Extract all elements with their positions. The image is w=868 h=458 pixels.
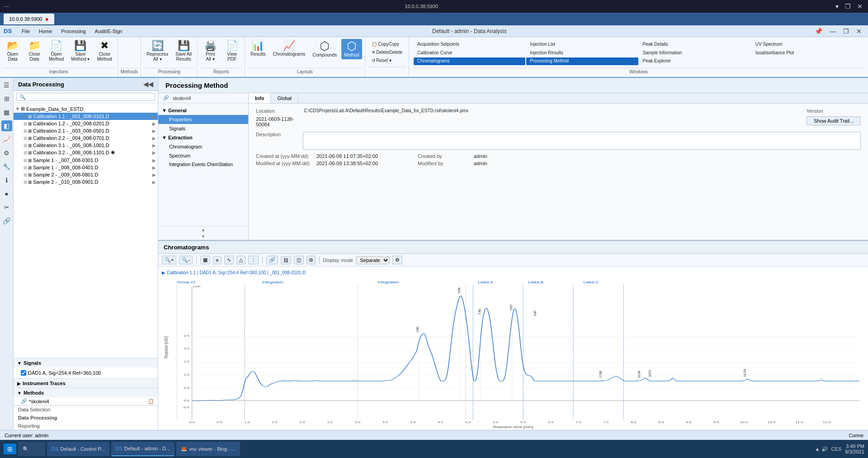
tree-expand-7[interactable]: ⊞ (24, 165, 27, 170)
chromatogram-nav-item[interactable]: Chromatogram (158, 142, 248, 151)
tree-expand-9[interactable]: ⊞ (24, 180, 27, 185)
root-expand[interactable]: ▼ (15, 106, 20, 111)
tree-item-3[interactable]: ⊞⊞Calibration 2.2 - _004_008-0701.D▶ (14, 134, 158, 142)
data-selection-section[interactable]: Data Selection (14, 406, 158, 414)
chart-type-4[interactable]: △ (236, 256, 245, 264)
menu-file[interactable]: File (17, 27, 34, 35)
sidebar-icon-extra2[interactable]: 🔗 (1, 215, 12, 226)
method-copy-icon[interactable]: 📋 (148, 398, 154, 404)
compounds-btn[interactable]: Compounds (310, 39, 340, 59)
titlebar-restore[interactable]: ❐ (843, 3, 853, 10)
integration-nav-item[interactable]: Integration Events ChemStation (158, 160, 248, 169)
chart-type-5[interactable]: ⋮ (248, 256, 259, 264)
reporting-section[interactable]: Reporting (14, 422, 158, 430)
menu-home[interactable]: Home (34, 27, 57, 35)
chart-type-1[interactable]: ▦ (200, 256, 210, 264)
injection-list-btn[interactable]: Injection List (526, 41, 638, 48)
signal-checkbox-dad1[interactable] (21, 370, 26, 376)
display-mode-select[interactable]: Separate Overlay (356, 256, 390, 264)
titlebar-minimize[interactable]: ▾ (834, 3, 840, 10)
window-maximize[interactable]: ❐ (840, 28, 852, 35)
chart-type-2[interactable]: ≡ (213, 256, 221, 264)
reset-btn[interactable]: ↺ Reset ▾ (369, 57, 406, 64)
tree-item-1[interactable]: ⊞⊞Calibration 1.2 - _002_008-0201.D▶ (14, 120, 158, 127)
copy-btn[interactable]: 📋 CopyCopy (369, 41, 406, 48)
instrument-traces-header[interactable]: ▶ Instrument Traces (14, 379, 158, 388)
tree-item-4[interactable]: ⊞⊞Calibration 3.1 - _005_008-1001.D▶ (14, 142, 158, 149)
injection-results-btn[interactable]: Injection Results (526, 49, 638, 57)
tree-item-0[interactable]: ⊞⊞Calibration 1.1 - _001_008-0101.D▶ (14, 113, 158, 120)
print-all-btn[interactable]: 🖨️ PrintAll ▾ (200, 39, 220, 63)
taskbar-search[interactable]: 🔍 (18, 442, 45, 456)
calibration-curve-btn[interactable]: Calibration Curve (414, 49, 525, 57)
sample-information-btn[interactable]: Sample Information (639, 49, 751, 57)
sidebar-icon-info[interactable]: ℹ (1, 175, 12, 186)
zoom-out-btn[interactable]: 🔍- (179, 256, 193, 264)
scroll-up[interactable]: ▲ (158, 226, 248, 233)
extraction-header[interactable]: ▼ Extraction (158, 133, 248, 142)
sidebar-icon-data[interactable]: ◧ (1, 120, 12, 131)
peak-details-btn[interactable]: Peak Details (639, 41, 751, 48)
taskbar-data-analysis[interactable]: DS Default - admin - D... (111, 442, 175, 456)
description-input[interactable] (303, 132, 861, 150)
properties-nav-item[interactable]: Properties (158, 115, 248, 124)
link-btn[interactable]: 🔗 (266, 256, 278, 264)
sidebar-icon-menu[interactable]: ☰ (1, 80, 12, 91)
app-tab-close[interactable]: ● (45, 15, 48, 23)
menu-processing[interactable]: Processing (57, 27, 90, 35)
delete-btn[interactable]: ✕ DeleteDelete (369, 49, 406, 56)
uv-spectrum-btn[interactable]: UV Spectrum (752, 41, 863, 48)
tree-expand-4[interactable]: ⊞ (24, 143, 27, 148)
reprocess-all-btn[interactable]: 🔄 ReprocessAll ▾ (144, 39, 171, 63)
menu-audit[interactable]: Audit/E-Sign (90, 27, 127, 35)
general-header[interactable]: ▼ General (158, 106, 248, 115)
view-pdf-btn[interactable]: 📄 ViewPDF (222, 39, 242, 63)
scroll-down[interactable]: ▼ (158, 233, 248, 240)
chromatograms-window-btn[interactable]: Chromatograms (414, 57, 525, 65)
chart-type-3[interactable]: ∿ (224, 256, 234, 264)
open-method-btn[interactable]: 📄 OpenMethod (46, 39, 66, 63)
tree-item-6[interactable]: ⊞⊞Sample 1 - _007_008-0301.D▶ (14, 157, 158, 164)
tree-item-9[interactable]: ⊞⊞Sample 2 - _010_008-0901.D▶ (14, 178, 158, 186)
save-all-results-btn[interactable]: 💾 Save AllResults (173, 39, 194, 63)
minimize-icon[interactable]: — (4, 3, 9, 10)
tree-expand-1[interactable]: ⊞ (24, 121, 27, 126)
window-close[interactable]: ✕ (854, 28, 864, 35)
methods-header[interactable]: ▼ Methods (14, 388, 158, 397)
tree-expand-5[interactable]: ⊞ (24, 150, 27, 155)
settings-btn[interactable]: ⚙ (392, 256, 402, 264)
collapse-btn[interactable]: ◀◀ (143, 81, 153, 88)
unlink-btn[interactable]: ⛓ (281, 256, 291, 264)
tree-item-8[interactable]: ⊞⊞Sample 2 - _009_008-0801.D▶ (14, 171, 158, 178)
skoleni-link-icon[interactable]: 🔗 (163, 95, 169, 101)
split-btn[interactable]: ⧉ (307, 256, 316, 264)
peak-explorer-btn[interactable]: Peak Explorer (639, 57, 751, 65)
sidebar-icon-extra1[interactable]: ✂ (1, 202, 12, 213)
processing-method-window-btn[interactable]: Processing Method (526, 57, 638, 65)
acquisition-setpoints-btn[interactable]: Acquisition Setpoints (414, 41, 525, 48)
chromatograms-layout-btn[interactable]: 📈 Chromatograms (270, 39, 308, 58)
sidebar-icon-chart[interactable]: 📈 (1, 134, 12, 145)
overlay-btn[interactable]: ◫ (294, 256, 304, 264)
spectrum-nav-item[interactable]: Spectrum (158, 151, 248, 160)
tree-expand-0[interactable]: ⊞ (24, 114, 27, 119)
save-method-btn[interactable]: 💾 SaveMethod ▾ (68, 39, 92, 63)
results-btn[interactable]: 📊 Results (248, 39, 268, 58)
tree-expand-2[interactable]: ⊞ (24, 129, 27, 134)
taskbar-control-panel[interactable]: DS Default - Control P... (47, 442, 109, 456)
signals-header[interactable]: ▼ Signals (14, 358, 158, 367)
titlebar-close[interactable]: ✕ (855, 3, 864, 10)
tree-item-7[interactable]: ⊞⊞Sample 1 - _008_008-0401.D▶ (14, 164, 158, 171)
tree-item-5[interactable]: ⊞⊞Calibration 3.2 - _006_008-1101.D ✱▶ (14, 149, 158, 157)
window-minimize[interactable]: — (827, 28, 839, 35)
tree-expand-6[interactable]: ⊞ (24, 158, 27, 163)
tab-info[interactable]: Info (249, 93, 271, 103)
sidebar-icon-tools[interactable]: 🔧 (1, 161, 12, 172)
tab-global[interactable]: Global (271, 93, 298, 103)
open-data-btn[interactable]: 📂 OpenData (3, 39, 23, 63)
zoom-in-btn[interactable]: 🔍+ (162, 256, 176, 264)
sidebar-icon-settings[interactable]: ⚙ (1, 148, 12, 158)
sidebar-icon-layout[interactable]: ▦ (1, 107, 12, 118)
close-data-btn[interactable]: 📁 CloseData (24, 39, 44, 63)
signals-nav-item[interactable]: Signals (158, 124, 248, 133)
